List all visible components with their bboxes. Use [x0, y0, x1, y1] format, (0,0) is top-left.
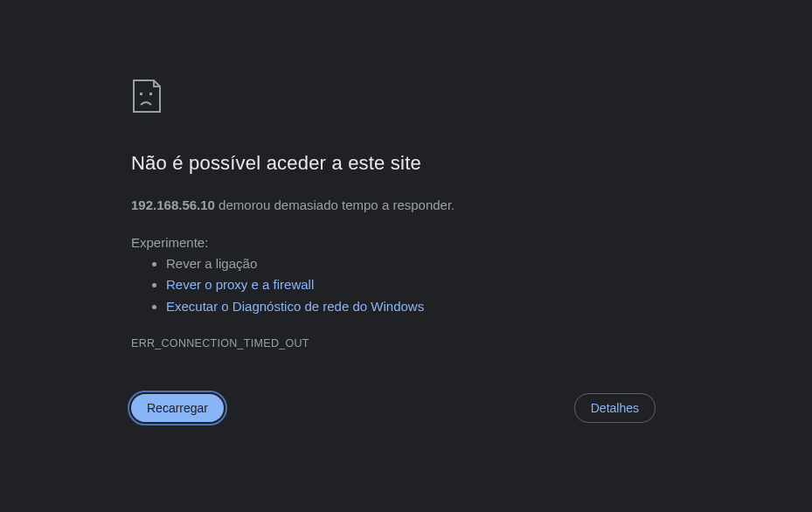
button-row: Recarregar Detalhes [131, 393, 656, 423]
suggestion-link-proxy[interactable]: Rever o proxy e a firewall [166, 277, 314, 292]
error-host: 192.168.56.10 [131, 197, 215, 212]
error-page-container: Não é possível aceder a este site 192.16… [0, 0, 656, 349]
suggestion-link-diagnostics[interactable]: Executar o Diagnóstico de rede do Window… [166, 299, 424, 314]
error-subline: 192.168.56.10 demorou demasiado tempo a … [131, 196, 656, 216]
svg-rect-0 [140, 93, 142, 95]
suggestions-list: Rever a ligação Rever o proxy e a firewa… [131, 253, 656, 318]
reload-button[interactable]: Recarregar [131, 394, 224, 422]
sad-page-icon [131, 79, 656, 114]
list-item: Rever o proxy e a firewall [166, 274, 656, 296]
error-code: ERR_CONNECTION_TIMED_OUT [131, 337, 656, 349]
error-heading: Não é possível aceder a este site [131, 152, 656, 175]
suggestion-text: Rever a ligação [166, 256, 257, 271]
list-item: Rever a ligação [166, 253, 656, 275]
svg-rect-1 [149, 93, 152, 95]
try-label: Experimente: [131, 235, 656, 250]
error-sub-message: demorou demasiado tempo a responder. [215, 197, 455, 212]
list-item: Executar o Diagnóstico de rede do Window… [166, 296, 656, 318]
details-button[interactable]: Detalhes [574, 393, 656, 423]
